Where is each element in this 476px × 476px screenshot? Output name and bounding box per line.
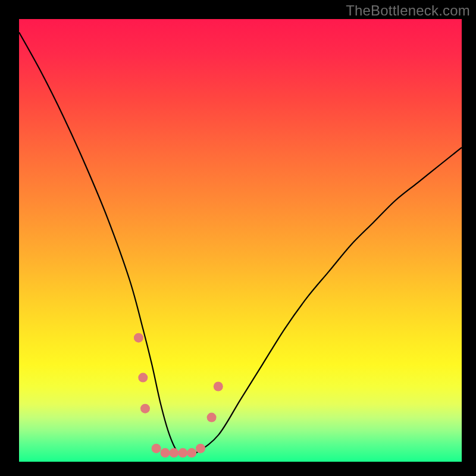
- trough-marker: [152, 444, 161, 453]
- trough-marker: [214, 382, 223, 392]
- trough-marker: [161, 448, 170, 458]
- bottleneck-curve-svg: [19, 19, 462, 462]
- trough-marker: [178, 448, 187, 458]
- trough-marker: [140, 404, 150, 414]
- plot-area: [19, 19, 462, 462]
- trough-markers: [134, 333, 223, 458]
- bottleneck-curve-path: [19, 32, 462, 454]
- trough-marker: [196, 444, 205, 453]
- trough-marker: [138, 373, 148, 383]
- trough-marker: [169, 448, 178, 458]
- watermark-text: TheBottleneck.com: [346, 2, 470, 19]
- chart-frame: TheBottleneck.com: [0, 0, 476, 476]
- trough-marker: [187, 448, 196, 458]
- trough-marker: [134, 333, 143, 343]
- trough-marker: [207, 413, 217, 422]
